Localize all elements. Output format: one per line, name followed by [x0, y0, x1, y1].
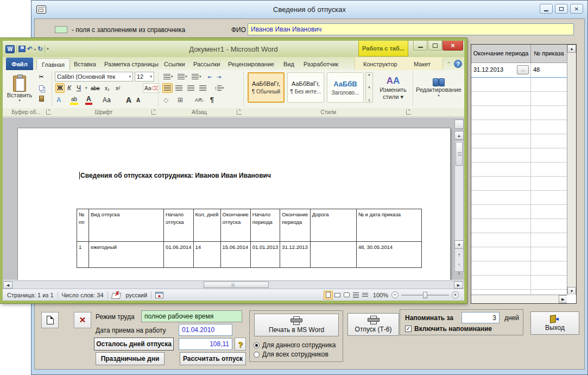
tab-view[interactable]: Вид: [279, 58, 299, 70]
word-minimize-button[interactable]: [413, 41, 427, 51]
doc-hscroll-thumb[interactable]: [204, 282, 269, 288]
editing-button[interactable]: Редактирование ▾: [415, 72, 462, 104]
increase-indent-icon[interactable]: ⇥: [216, 72, 222, 82]
tab-references[interactable]: Ссылки: [159, 58, 190, 70]
cell-period-end[interactable]: 31.12.2013 ...: [471, 63, 531, 77]
grid-row-selected[interactable]: 31.12.2013 ... 48: [471, 63, 567, 78]
tab-review[interactable]: Рецензирование: [223, 58, 279, 70]
cell-order-no[interactable]: 48: [531, 63, 567, 77]
font-color-icon[interactable]: А: [85, 95, 92, 105]
ruler-toggle-icon[interactable]: [454, 120, 464, 129]
grow-font-icon[interactable]: А: [125, 95, 132, 105]
tab-page-layout[interactable]: Разметка страницы: [99, 58, 163, 70]
tab-layout[interactable]: Макет: [409, 58, 435, 70]
fullscreen-reading-view-icon[interactable]: [333, 291, 342, 299]
clipboard-dialog-launcher-icon[interactable]: [46, 110, 51, 115]
next-page-icon[interactable]: ⤓: [454, 268, 464, 277]
shrink-font-icon[interactable]: А: [135, 95, 141, 105]
highlight-color-icon[interactable]: ab: [70, 95, 78, 105]
zoom-level[interactable]: 100%: [373, 292, 388, 298]
tab-developer[interactable]: Разработчик: [299, 58, 343, 70]
strikethrough-button[interactable]: abe: [90, 83, 101, 93]
holidays-button[interactable]: Праздничные дни: [96, 352, 165, 365]
delete-record-button[interactable]: ✕: [74, 312, 91, 328]
grid-empty-rows[interactable]: [471, 78, 567, 296]
format-painter-icon[interactable]: [36, 94, 46, 103]
style-no-spacing[interactable]: АаБбВвГг, ¶ Без инте...: [287, 72, 324, 103]
word-count[interactable]: Число слов: 34: [62, 292, 104, 298]
date-picker-button[interactable]: ...: [517, 65, 529, 74]
styles-gallery-scroll[interactable]: ▲▼⊽: [365, 72, 373, 103]
qat-customize-icon[interactable]: ▾: [47, 47, 49, 51]
hire-date-field[interactable]: 01.04.2010: [179, 324, 232, 336]
doc-scroll-thumb[interactable]: [456, 142, 463, 166]
font-size-combo[interactable]: 12▾: [135, 72, 154, 82]
underline-button[interactable]: Ч: [75, 83, 82, 93]
save-icon[interactable]: [18, 46, 26, 52]
change-styles-button[interactable]: АA Изменить стили ▾: [376, 72, 410, 104]
subscript-button[interactable]: x₂: [104, 83, 111, 93]
zoom-slider[interactable]: [401, 295, 449, 296]
line-spacing-icon[interactable]: ↕▾: [213, 83, 225, 93]
doc-scroll-right-icon[interactable]: ▶: [454, 282, 463, 289]
doc-scroll-up-icon[interactable]: ▲: [454, 131, 464, 140]
tab-file[interactable]: Файл: [6, 58, 33, 70]
draft-view-icon[interactable]: [361, 291, 370, 299]
days-left-button[interactable]: Осталось дней отпуска: [94, 338, 174, 351]
numbering-icon[interactable]: ▾: [176, 72, 188, 82]
align-left-button[interactable]: [162, 83, 173, 93]
tab-insert[interactable]: Вставка: [69, 58, 101, 70]
style-heading1[interactable]: АаБбВ Заголово...: [327, 72, 364, 103]
restore-button[interactable]: [555, 4, 568, 14]
radio-current-employee[interactable]: Для данного сотрудника: [254, 341, 336, 349]
styles-dialog-launcher-icon[interactable]: [406, 110, 411, 115]
tab-home[interactable]: Главная: [36, 58, 70, 70]
macro-record-icon[interactable]: [155, 292, 163, 298]
scroll-right-icon[interactable]: ▶: [559, 295, 567, 303]
print-to-word-button[interactable]: Печать в MS Word: [254, 314, 339, 336]
scroll-up-icon[interactable]: ▲: [567, 45, 576, 53]
undo-icon[interactable]: ↶: [27, 45, 33, 53]
doc-horizontal-scrollbar[interactable]: ◀ ▶: [3, 280, 464, 289]
fio-input[interactable]: Иванов Иван Иванович: [248, 23, 574, 35]
document-page[interactable]: Сведения об отпусках сотрудника: Иванов …: [17, 128, 451, 280]
exit-button[interactable]: ◄ Выход: [530, 311, 579, 335]
justify-button[interactable]: [198, 83, 207, 93]
paste-button[interactable]: Вставить ▾: [6, 71, 33, 106]
copy-icon[interactable]: [36, 83, 46, 92]
grid-horizontal-scrollbar[interactable]: ▶: [471, 295, 567, 303]
align-right-button[interactable]: [186, 83, 195, 93]
outline-view-icon[interactable]: [351, 291, 361, 299]
grid-vertical-scrollbar[interactable]: ▲ ▼: [567, 45, 576, 295]
cut-icon[interactable]: ✂: [36, 72, 46, 82]
doc-scroll-down-icon[interactable]: ▼: [454, 240, 464, 249]
calc-vacation-button[interactable]: Рассчитать отпуск: [180, 352, 246, 365]
web-layout-view-icon[interactable]: [342, 291, 351, 299]
previous-page-icon[interactable]: ⤒: [454, 251, 464, 260]
text-effects-icon[interactable]: А: [55, 95, 62, 105]
zoom-slider-thumb[interactable]: [423, 292, 427, 298]
word-maximize-button[interactable]: [428, 41, 442, 51]
bold-button[interactable]: Ж: [55, 83, 65, 93]
page-indicator[interactable]: Страница: 1 из 1: [7, 292, 54, 298]
collapse-ribbon-icon[interactable]: ⌃: [446, 61, 451, 67]
scroll-down-icon[interactable]: ▼: [567, 287, 576, 295]
close-button[interactable]: ✕: [570, 4, 583, 14]
sort-icon[interactable]: АЯ↓: [194, 95, 205, 105]
zoom-out-icon[interactable]: −: [391, 291, 399, 298]
word-close-button[interactable]: ×: [442, 41, 463, 51]
align-center-button[interactable]: [174, 83, 184, 93]
shading-icon[interactable]: ◇: [162, 95, 169, 105]
superscript-button[interactable]: x²: [115, 83, 121, 93]
change-case-icon[interactable]: Аа: [102, 95, 112, 105]
style-normal[interactable]: АаБбВвГг, ¶ Обычный: [248, 72, 284, 103]
font-dialog-launcher-icon[interactable]: [151, 110, 156, 115]
redo-icon[interactable]: ↻: [37, 45, 43, 53]
font-name-combo[interactable]: Calibri (Основной тек▾: [55, 72, 133, 82]
remind-days-field[interactable]: 3: [461, 312, 500, 323]
paragraph-dialog-launcher-icon[interactable]: [237, 110, 242, 115]
show-paragraph-marks-icon[interactable]: ¶: [209, 95, 215, 105]
days-left-field[interactable]: 108,11: [179, 338, 232, 350]
work-mode-field[interactable]: полное рабочее время: [141, 310, 242, 322]
decrease-indent-icon[interactable]: ⇤: [207, 72, 213, 82]
